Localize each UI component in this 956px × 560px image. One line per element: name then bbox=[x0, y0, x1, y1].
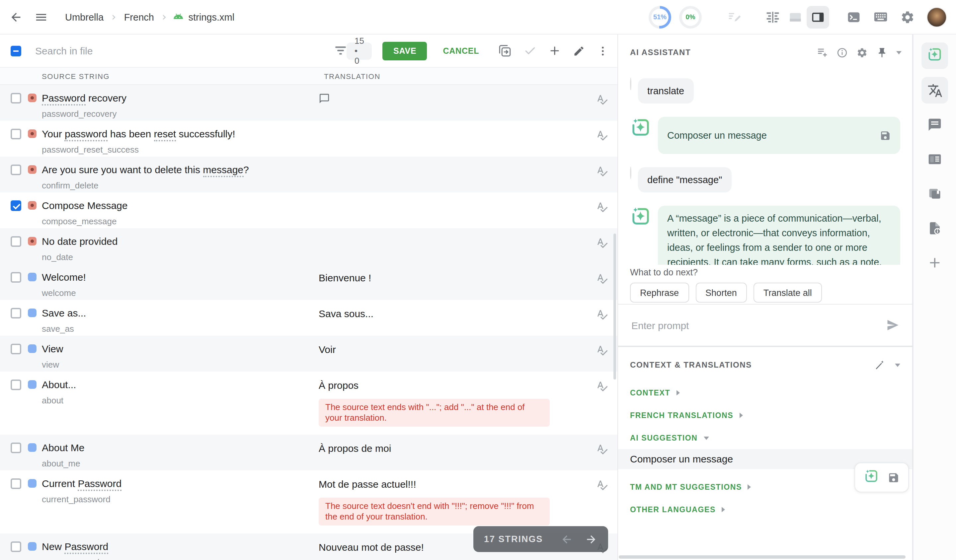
rail-terms-button[interactable] bbox=[921, 146, 948, 173]
select-all-checkbox[interactable] bbox=[11, 45, 21, 56]
table-row[interactable]: About Me about_me À propos de moi bbox=[0, 435, 618, 471]
bottom-panel-view-toggle[interactable] bbox=[784, 6, 807, 28]
string-key: about_me bbox=[42, 458, 319, 469]
row-checkbox[interactable] bbox=[11, 200, 21, 211]
settings-button[interactable] bbox=[900, 9, 915, 24]
send-icon[interactable] bbox=[885, 318, 900, 333]
spellcheck-icon[interactable] bbox=[596, 201, 608, 213]
collapse-panel-icon[interactable] bbox=[896, 51, 901, 54]
rail-comments-button[interactable] bbox=[921, 111, 948, 138]
previous-page-icon[interactable] bbox=[560, 532, 574, 546]
row-checkbox[interactable] bbox=[11, 478, 21, 489]
edit-string-button[interactable] bbox=[572, 45, 585, 57]
table-row[interactable]: Current Password current_password Mot de… bbox=[0, 471, 618, 533]
save-reply-button[interactable] bbox=[880, 130, 891, 141]
rail-file-context-button[interactable] bbox=[921, 215, 948, 242]
spellcheck-icon[interactable] bbox=[596, 94, 608, 105]
table-row[interactable]: No date provided no_date bbox=[0, 228, 618, 264]
ai-sparkle-icon bbox=[630, 205, 651, 227]
row-checkbox[interactable] bbox=[11, 380, 21, 390]
assistant-settings-icon[interactable] bbox=[857, 47, 868, 58]
check-icon bbox=[524, 44, 536, 57]
row-checkbox[interactable] bbox=[11, 165, 21, 175]
row-checkbox[interactable] bbox=[11, 541, 21, 552]
approved-progress-ring[interactable]: 0% bbox=[679, 6, 702, 28]
spellcheck-icon[interactable] bbox=[596, 443, 608, 455]
row-checkbox[interactable] bbox=[11, 236, 21, 247]
comment-icon[interactable] bbox=[319, 93, 330, 104]
translate-all-button[interactable]: Translate all bbox=[753, 283, 822, 303]
shorten-button[interactable]: Shorten bbox=[695, 283, 747, 303]
prompt-input[interactable] bbox=[630, 319, 885, 331]
row-checkbox[interactable] bbox=[11, 442, 21, 453]
string-status-badge bbox=[28, 309, 36, 317]
search-input[interactable] bbox=[34, 44, 168, 57]
draft-edit-button[interactable] bbox=[727, 9, 742, 24]
table-row[interactable]: Are you sure you want to delete this mes… bbox=[0, 157, 618, 193]
info-icon[interactable] bbox=[836, 47, 848, 58]
table-row[interactable]: About... about À propos The source text … bbox=[0, 372, 618, 435]
spellcheck-icon[interactable] bbox=[596, 309, 608, 320]
rail-ai-assistant-button[interactable] bbox=[921, 42, 948, 69]
cancel-button[interactable]: CANCEL bbox=[436, 46, 486, 55]
main-menu-button[interactable] bbox=[35, 10, 48, 24]
approved-progress-value: 0% bbox=[686, 13, 695, 20]
rephrase-button[interactable]: Rephrase bbox=[630, 283, 689, 303]
context-section-header[interactable]: OTHER LANGUAGES bbox=[630, 505, 900, 514]
horizontal-scrollbar[interactable] bbox=[619, 555, 906, 559]
spellcheck-icon[interactable] bbox=[596, 344, 608, 356]
next-page-icon[interactable] bbox=[584, 532, 598, 546]
spellcheck-icon[interactable] bbox=[596, 129, 608, 141]
breadcrumb-file[interactable]: strings.xml bbox=[172, 11, 235, 23]
row-checkbox[interactable] bbox=[11, 344, 21, 354]
more-options-button[interactable] bbox=[596, 45, 609, 57]
filter-button[interactable] bbox=[335, 46, 347, 56]
table-row[interactable]: View view Voir bbox=[0, 336, 618, 372]
save-button[interactable]: SAVE bbox=[383, 41, 427, 60]
qa-error-message: The source text ends with "..."; add "..… bbox=[319, 399, 550, 427]
table-row[interactable]: Your password has been reset successfull… bbox=[0, 121, 618, 157]
source-string-text: No date provided bbox=[42, 235, 319, 248]
string-key: confirm_delete bbox=[42, 180, 319, 191]
approve-button[interactable] bbox=[524, 44, 536, 57]
save-suggestion-icon[interactable] bbox=[888, 471, 899, 483]
new-conversation-icon[interactable] bbox=[816, 46, 828, 58]
row-checkbox[interactable] bbox=[11, 129, 21, 140]
breadcrumb-project[interactable]: Umbrella bbox=[65, 12, 104, 22]
pin-icon[interactable] bbox=[876, 47, 888, 58]
copy-source-button[interactable] bbox=[498, 44, 511, 58]
spellcheck-icon[interactable] bbox=[596, 273, 608, 285]
translated-progress-ring[interactable]: 51% bbox=[649, 6, 671, 28]
row-checkbox[interactable] bbox=[11, 272, 21, 283]
add-string-button[interactable] bbox=[548, 44, 561, 57]
spellcheck-icon[interactable] bbox=[596, 380, 608, 392]
table-row[interactable]: Compose Message compose_message bbox=[0, 193, 618, 228]
vertical-scrollbar[interactable] bbox=[613, 234, 616, 380]
string-status-badge bbox=[28, 94, 36, 102]
spellcheck-icon[interactable] bbox=[596, 237, 608, 249]
rail-glossary-button[interactable] bbox=[921, 180, 948, 207]
apply-ai-suggestion-button[interactable] bbox=[864, 469, 879, 486]
rail-translations-button[interactable] bbox=[921, 77, 948, 104]
shortcuts-button[interactable] bbox=[873, 9, 888, 25]
translation-column-header: TRANSLATION bbox=[324, 72, 618, 80]
breadcrumb-language[interactable]: French bbox=[124, 12, 154, 22]
context-section-header[interactable]: CONTEXT bbox=[630, 388, 900, 397]
spellcheck-icon[interactable] bbox=[596, 165, 608, 177]
spellcheck-icon[interactable] bbox=[596, 479, 608, 491]
rail-add-panel-button[interactable] bbox=[921, 249, 948, 276]
context-section-header[interactable]: FRENCH TRANSLATIONS bbox=[630, 411, 900, 420]
console-button[interactable] bbox=[846, 9, 861, 24]
table-row[interactable]: Welcome! welcome Bienvenue ! bbox=[0, 264, 618, 300]
collapse-context-icon[interactable] bbox=[895, 363, 900, 367]
side-by-side-view-toggle[interactable] bbox=[761, 6, 784, 28]
context-section-header[interactable]: AI SUGGESTION bbox=[630, 433, 900, 442]
row-checkbox[interactable] bbox=[11, 308, 21, 318]
table-row[interactable]: Save as... save_as Sava sous... bbox=[0, 300, 618, 336]
auto-suggest-icon[interactable] bbox=[874, 359, 885, 371]
right-panel-view-toggle[interactable] bbox=[807, 6, 829, 28]
user-avatar[interactable] bbox=[927, 7, 947, 27]
back-button[interactable] bbox=[9, 10, 23, 24]
table-row[interactable]: Password recovery password_recovery bbox=[0, 85, 618, 121]
row-checkbox[interactable] bbox=[11, 93, 21, 104]
